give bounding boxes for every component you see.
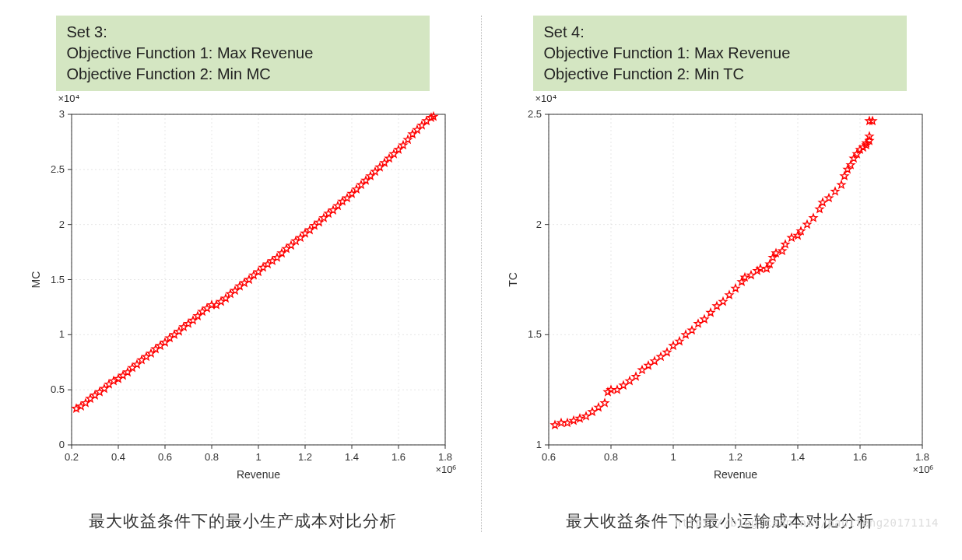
svg-text:0.4: 0.4 — [111, 451, 125, 463]
svg-text:0.8: 0.8 — [603, 451, 617, 463]
y-exponent: ×10⁴ — [535, 93, 556, 104]
svg-text:0.8: 0.8 — [204, 451, 218, 463]
svg-text:2: 2 — [535, 219, 541, 230]
svg-text:1: 1 — [255, 451, 261, 463]
svg-text:1.8: 1.8 — [915, 451, 929, 463]
panel-divider — [481, 16, 482, 532]
panel-set3: Set 3:Objective Function 1: Max RevenueO… — [16, 16, 469, 532]
chart-set4: ×10⁴ 0.60.811.21.41.61.811.522.5RevenueT… — [506, 107, 934, 491]
svg-text:2.5: 2.5 — [50, 163, 64, 175]
x-exponent: ×10⁶ — [435, 464, 456, 475]
svg-text:0.6: 0.6 — [541, 451, 555, 463]
svg-text:Revenue: Revenue — [236, 468, 279, 481]
svg-text:0.2: 0.2 — [64, 451, 78, 463]
svg-text:1.5: 1.5 — [50, 274, 64, 285]
svg-text:1.5: 1.5 — [527, 328, 541, 340]
svg-text:TC: TC — [507, 272, 519, 287]
svg-text:MC: MC — [30, 271, 42, 289]
header-set3: Set 3:Objective Function 1: Max RevenueO… — [56, 16, 430, 91]
header-set4: Set 4:Objective Function 1: Max RevenueO… — [533, 16, 907, 91]
svg-text:1.4: 1.4 — [344, 451, 358, 463]
svg-text:0.5: 0.5 — [50, 383, 64, 395]
svg-text:Revenue: Revenue — [713, 468, 757, 481]
svg-text:0: 0 — [58, 439, 64, 450]
svg-text:3: 3 — [58, 108, 64, 120]
svg-text:1.8: 1.8 — [437, 451, 451, 463]
svg-text:1.2: 1.2 — [728, 451, 742, 463]
svg-text:1: 1 — [58, 328, 64, 340]
panel-set4: Set 4:Objective Function 1: Max RevenueO… — [493, 16, 946, 532]
svg-text:0.6: 0.6 — [157, 451, 171, 463]
x-exponent: ×10⁶ — [912, 464, 933, 475]
svg-text:2.5: 2.5 — [527, 108, 541, 120]
svg-text:1: 1 — [670, 451, 676, 463]
watermark: https://blog.csdn.net/paulfeng20171114 — [675, 516, 939, 529]
y-exponent: ×10⁴ — [58, 93, 79, 104]
svg-text:1: 1 — [535, 439, 541, 450]
svg-text:1.6: 1.6 — [391, 451, 405, 463]
svg-text:1.4: 1.4 — [790, 451, 804, 463]
caption-set3: 最大收益条件下的最小生产成本对比分析 — [89, 510, 397, 532]
chart-set3: ×10⁴ 0.20.40.60.811.21.41.61.800.511.522… — [29, 107, 457, 491]
svg-text:2: 2 — [58, 219, 64, 230]
svg-text:1.2: 1.2 — [297, 451, 311, 463]
svg-text:1.6: 1.6 — [852, 451, 866, 463]
